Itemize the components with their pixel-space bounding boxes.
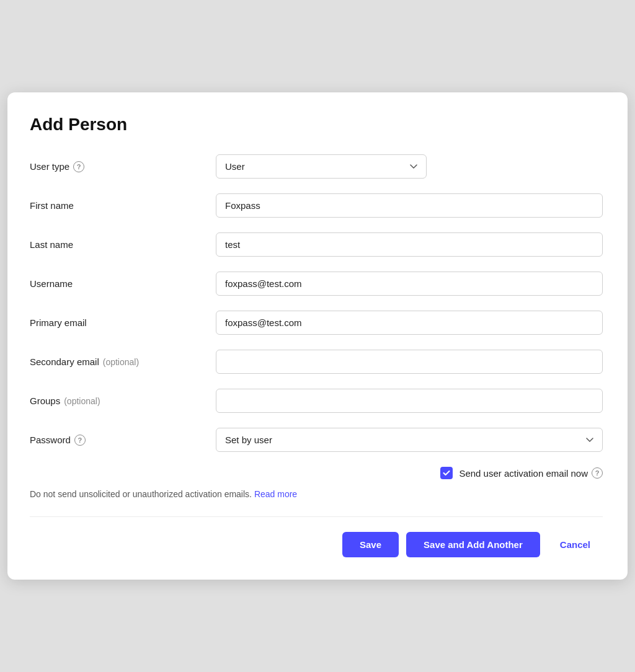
password-control: Set by user Set manually bbox=[216, 428, 603, 452]
primary-email-input[interactable] bbox=[216, 311, 603, 335]
user-type-select[interactable]: User Admin Staff bbox=[216, 154, 427, 179]
last-name-input[interactable] bbox=[216, 232, 603, 257]
username-label: Username bbox=[30, 278, 216, 289]
username-row: Username bbox=[30, 272, 603, 296]
password-select[interactable]: Set by user Set manually bbox=[216, 428, 603, 452]
save-and-add-another-button[interactable]: Save and Add Another bbox=[406, 532, 540, 557]
primary-email-row: Primary email bbox=[30, 311, 603, 335]
user-type-control: User Admin Staff bbox=[216, 154, 603, 179]
groups-label: Groups (optional) bbox=[30, 396, 216, 406]
user-type-label: User type ? bbox=[30, 161, 216, 172]
primary-email-label: Primary email bbox=[30, 317, 216, 328]
cancel-button[interactable]: Cancel bbox=[548, 532, 603, 557]
user-type-row: User type ? User Admin Staff bbox=[30, 154, 603, 179]
read-more-link[interactable]: Read more bbox=[254, 489, 297, 499]
button-row: Save Save and Add Another Cancel bbox=[30, 532, 603, 557]
activation-email-help-icon[interactable]: ? bbox=[592, 467, 603, 479]
activation-email-label: Send user activation email now ? bbox=[459, 467, 603, 479]
groups-control bbox=[216, 389, 603, 413]
first-name-input[interactable] bbox=[216, 193, 603, 218]
password-label: Password ? bbox=[30, 435, 216, 446]
first-name-label: First name bbox=[30, 200, 216, 211]
username-input[interactable] bbox=[216, 272, 603, 296]
add-person-modal: Add Person User type ? User Admin Staff … bbox=[7, 92, 628, 580]
info-text: Do not send unsolicited or unauthorized … bbox=[30, 489, 603, 499]
activation-email-row: Send user activation email now ? bbox=[30, 467, 603, 479]
last-name-label: Last name bbox=[30, 239, 216, 250]
groups-input[interactable] bbox=[216, 389, 603, 413]
password-help-icon[interactable]: ? bbox=[74, 435, 86, 446]
username-control bbox=[216, 272, 603, 296]
secondary-email-row: Secondary email (optional) bbox=[30, 350, 603, 374]
first-name-row: First name bbox=[30, 193, 603, 218]
modal-title: Add Person bbox=[30, 115, 603, 135]
last-name-control bbox=[216, 232, 603, 257]
first-name-control bbox=[216, 193, 603, 218]
password-row: Password ? Set by user Set manually bbox=[30, 428, 603, 452]
user-type-help-icon[interactable]: ? bbox=[73, 161, 84, 172]
save-button[interactable]: Save bbox=[342, 532, 399, 557]
secondary-email-label: Secondary email (optional) bbox=[30, 356, 216, 367]
secondary-email-input[interactable] bbox=[216, 350, 603, 374]
activation-email-checkbox[interactable] bbox=[440, 467, 453, 479]
activation-email-wrapper: Send user activation email now ? bbox=[440, 467, 603, 479]
last-name-row: Last name bbox=[30, 232, 603, 257]
divider bbox=[30, 516, 603, 517]
groups-row: Groups (optional) bbox=[30, 389, 603, 413]
secondary-email-control bbox=[216, 350, 603, 374]
primary-email-control bbox=[216, 311, 603, 335]
